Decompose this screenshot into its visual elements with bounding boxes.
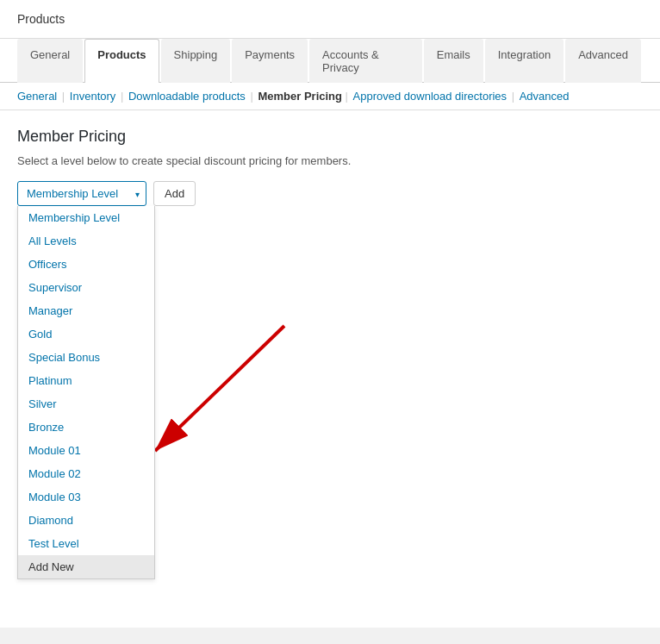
tab-integration[interactable]: Integration: [485, 39, 563, 83]
dropdown-item-diamond[interactable]: Diamond: [18, 509, 154, 532]
sub-nav-item-downloadable-products[interactable]: Downloadable products: [128, 90, 246, 103]
tabs-bar: GeneralProductsShippingPaymentsAccounts …: [0, 39, 660, 83]
dropdown-item-test-level[interactable]: Test Level: [18, 532, 154, 555]
svg-line-1: [155, 326, 284, 451]
sub-nav-item-advanced[interactable]: Advanced: [520, 90, 570, 103]
sub-nav-item-member-pricing: Member Pricing: [258, 90, 342, 103]
sub-nav-item-general[interactable]: General: [17, 90, 57, 103]
sub-nav-separator: |: [117, 90, 127, 103]
sub-nav-separator: |: [342, 90, 352, 103]
tab-general[interactable]: General: [17, 39, 83, 83]
dropdown-item-officers[interactable]: Officers: [18, 253, 154, 276]
dropdown-item-add-new[interactable]: Add New: [18, 555, 154, 578]
dropdown-menu: Membership LevelAll LevelsOfficersSuperv…: [17, 206, 155, 579]
dropdown-item-bronze[interactable]: Bronze: [18, 416, 154, 439]
tab-payments[interactable]: Payments: [232, 39, 308, 83]
chevron-down-icon: ▾: [135, 189, 140, 198]
tab-emails[interactable]: Emails: [424, 39, 483, 83]
sub-nav-item-approved-download-directories[interactable]: Approved download directories: [353, 90, 507, 103]
dropdown-item-silver[interactable]: Silver: [18, 392, 154, 416]
tab-advanced[interactable]: Advanced: [565, 39, 641, 83]
top-bar: Products: [0, 0, 660, 39]
dropdown-item-manager[interactable]: Manager: [18, 299, 154, 322]
membership-level-dropdown-wrapper[interactable]: Membership Level ▾ Membership LevelAll L…: [17, 181, 146, 206]
add-button[interactable]: Add: [153, 181, 196, 206]
controls-row: Membership Level ▾ Membership LevelAll L…: [17, 181, 643, 206]
dropdown-item-all-levels[interactable]: All Levels: [18, 229, 154, 253]
tab-shipping[interactable]: Shipping: [161, 39, 231, 83]
section-description: Select a level below to create special d…: [17, 154, 643, 167]
tab-products[interactable]: Products: [84, 39, 159, 83]
dropdown-item-supervisor[interactable]: Supervisor: [18, 276, 154, 299]
sub-nav: General | Inventory | Downloadable produ…: [0, 83, 660, 110]
membership-level-dropdown[interactable]: Membership Level ▾: [17, 181, 146, 206]
sub-nav-separator: |: [508, 90, 518, 103]
dropdown-item-module-01[interactable]: Module 01: [18, 439, 154, 462]
sub-nav-separator: |: [59, 90, 68, 103]
dropdown-selected-value: Membership Level: [27, 187, 118, 200]
sub-nav-item-inventory[interactable]: Inventory: [70, 90, 115, 103]
dropdown-item-membership-level[interactable]: Membership Level: [18, 206, 154, 229]
sub-nav-separator: |: [247, 90, 257, 103]
tab-accounts-privacy[interactable]: Accounts & Privacy: [309, 39, 422, 83]
main-content: Member Pricing Select a level below to c…: [0, 110, 660, 628]
dropdown-item-special-bonus[interactable]: Special Bonus: [18, 346, 154, 369]
dropdown-item-gold[interactable]: Gold: [18, 322, 154, 346]
page-title: Products: [17, 12, 65, 26]
dropdown-item-module-02[interactable]: Module 02: [18, 462, 154, 485]
dropdown-item-module-03[interactable]: Module 03: [18, 485, 154, 509]
section-title: Member Pricing: [17, 128, 643, 146]
dropdown-item-platinum[interactable]: Platinum: [18, 369, 154, 392]
